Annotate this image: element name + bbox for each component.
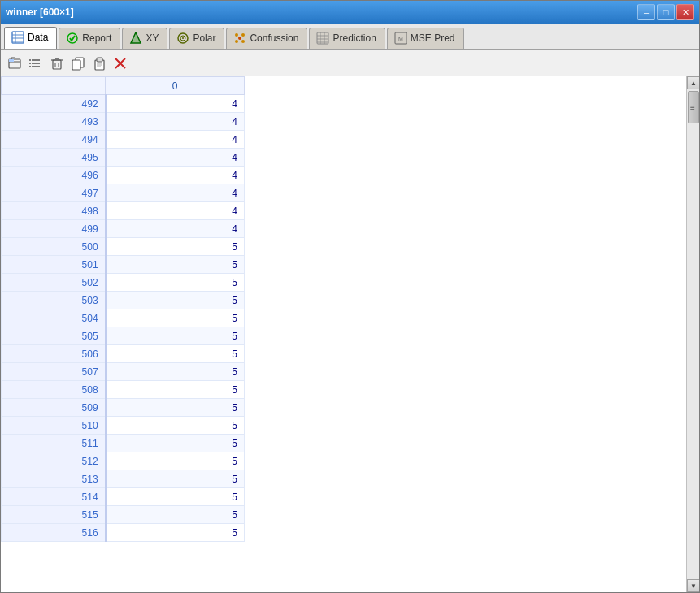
svg-point-11	[235, 33, 238, 37]
scroll-track[interactable]: ≡	[687, 89, 699, 579]
row-index: 497	[2, 184, 106, 202]
table-row: 5045	[2, 309, 245, 327]
table-row: 4974	[2, 184, 245, 202]
row-value: 5	[106, 381, 245, 399]
row-index: 516	[2, 524, 106, 542]
row-value: 5	[106, 399, 245, 417]
tab-prediction-label: Prediction	[333, 32, 376, 44]
confusion-icon	[233, 32, 246, 45]
copy-icon	[71, 56, 85, 71]
row-index: 515	[2, 506, 106, 524]
row-value: 4	[106, 131, 245, 149]
xy-icon	[129, 32, 142, 45]
tab-mse-pred[interactable]: M MSE Pred	[387, 28, 464, 49]
row-value: 4	[106, 184, 245, 202]
svg-rect-25	[9, 59, 14, 62]
table-row: 5055	[2, 327, 245, 345]
svg-point-29	[29, 59, 31, 61]
svg-point-12	[241, 33, 245, 37]
window-title: winner [600×1]	[6, 6, 74, 18]
table-container: 0 49244934494449544964497449844994500550…	[1, 76, 699, 592]
row-index: 507	[2, 363, 106, 381]
row-index: 508	[2, 381, 106, 399]
close-button[interactable]: ✕	[676, 4, 694, 20]
remove-button[interactable]	[111, 54, 130, 73]
tab-data[interactable]: Data	[4, 27, 57, 49]
row-index: 498	[2, 202, 106, 220]
row-index-header	[2, 77, 106, 95]
table-row: 5165	[2, 524, 245, 542]
delete-icon	[50, 56, 64, 71]
tab-prediction[interactable]: Prediction	[309, 28, 385, 49]
scroll-thumb[interactable]: ≡	[688, 91, 699, 123]
row-value: 5	[106, 238, 245, 256]
list-icon	[28, 56, 43, 71]
table-row: 5015	[2, 256, 245, 274]
tab-polar[interactable]: Polar	[169, 28, 224, 49]
svg-point-14	[241, 40, 245, 43]
row-index: 505	[2, 327, 106, 345]
maximize-button[interactable]: □	[657, 4, 675, 20]
table-row: 5115	[2, 435, 245, 452]
table-row: 4994	[2, 220, 245, 238]
svg-rect-32	[53, 60, 61, 69]
svg-point-30	[29, 63, 31, 64]
table-row: 5005	[2, 238, 245, 256]
table-row: 5105	[2, 417, 245, 435]
table-row: 5025	[2, 274, 245, 292]
table-scroll[interactable]: 0 49244934494449544964497449844994500550…	[1, 76, 686, 592]
row-value: 4	[106, 95, 245, 113]
table-row: 5035	[2, 292, 245, 309]
window-controls: – □ ✕	[637, 4, 694, 20]
table-row: 4944	[2, 131, 245, 149]
polar-icon	[176, 32, 189, 45]
paste-icon	[92, 56, 107, 71]
tab-xy[interactable]: XY	[122, 28, 167, 49]
row-index: 514	[2, 488, 106, 506]
row-index: 501	[2, 256, 106, 274]
tab-report-label: Report	[82, 32, 111, 44]
title-bar: winner [600×1] – □ ✕	[1, 1, 699, 24]
list-button[interactable]	[26, 54, 46, 73]
row-value: 5	[106, 524, 245, 542]
svg-point-10	[182, 37, 184, 39]
col-0-header: 0	[106, 77, 245, 95]
svg-text:M: M	[398, 36, 403, 41]
tab-report[interactable]: Report	[59, 28, 120, 49]
row-value: 5	[106, 435, 245, 452]
svg-rect-38	[72, 60, 80, 70]
row-index: 499	[2, 220, 106, 238]
vertical-scrollbar[interactable]: ▲ ≡ ▼	[686, 76, 699, 592]
row-value: 5	[106, 470, 245, 488]
paste-button[interactable]	[89, 54, 109, 73]
open-button[interactable]	[5, 54, 24, 73]
mse-icon: M	[394, 32, 407, 45]
table-row: 5065	[2, 345, 245, 363]
tab-confussion[interactable]: Confussion	[226, 28, 307, 49]
row-value: 4	[106, 202, 245, 220]
scroll-down-button[interactable]: ▼	[687, 579, 699, 592]
table-row: 4924	[2, 95, 245, 113]
row-value: 5	[106, 256, 245, 274]
tab-data-label: Data	[28, 32, 48, 43]
row-value: 4	[106, 167, 245, 184]
row-index: 493	[2, 113, 106, 131]
row-value: 5	[106, 274, 245, 292]
row-index: 496	[2, 167, 106, 184]
scroll-grip-icon: ≡	[688, 102, 698, 112]
data-table: 0 49244934494449544964497449844994500550…	[1, 76, 245, 542]
table-icon	[11, 31, 24, 44]
tab-mse-pred-label: MSE Pred	[411, 32, 455, 44]
main-window: winner [600×1] – □ ✕ Data Report	[0, 0, 700, 593]
copy-button[interactable]	[68, 54, 88, 73]
delete-button[interactable]	[47, 54, 67, 73]
row-value: 5	[106, 506, 245, 524]
table-row: 4934	[2, 113, 245, 131]
svg-point-13	[235, 40, 238, 43]
row-index: 504	[2, 309, 106, 327]
row-value: 4	[106, 220, 245, 238]
scroll-up-button[interactable]: ▲	[687, 76, 699, 89]
svg-rect-40	[97, 58, 102, 62]
minimize-button[interactable]: –	[637, 4, 655, 20]
row-index: 509	[2, 399, 106, 417]
